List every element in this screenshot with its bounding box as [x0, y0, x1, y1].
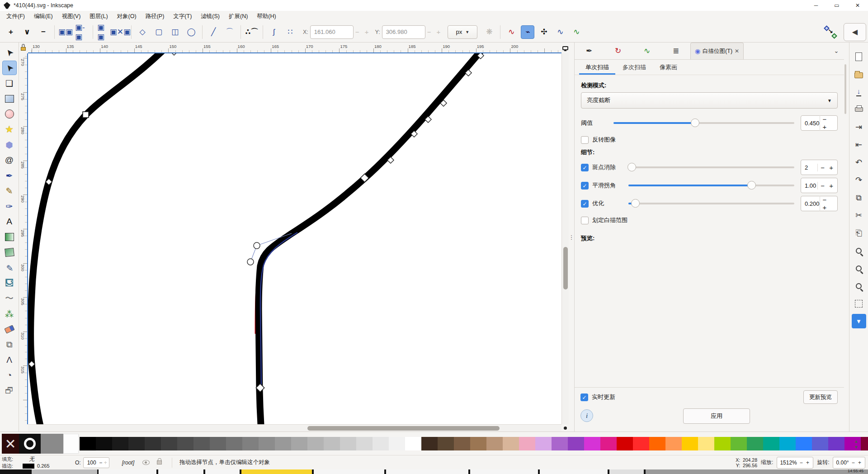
pen-tool-icon[interactable]: ✒ [2, 168, 17, 183]
taskbar-item[interactable] [470, 469, 538, 474]
speckles-slider[interactable] [628, 166, 794, 168]
detection-mode-dropdown[interactable]: 亮度截断 ▼ [581, 92, 838, 109]
node-handle[interactable] [247, 259, 254, 265]
panel-splitter[interactable]: ⋮ [569, 43, 574, 431]
join-with-segment-icon[interactable]: ▣-▣ [75, 25, 89, 39]
color-swatch[interactable] [747, 437, 763, 450]
no-color-swatch[interactable]: ✕ [2, 434, 19, 454]
save-document-icon[interactable]: ↓ [852, 85, 866, 99]
x-coord-spin-buttons[interactable]: − + [355, 28, 371, 36]
tab-single-scan[interactable]: 单次扫描 [579, 60, 615, 75]
color-swatch[interactable] [242, 437, 259, 450]
optimize-checkbox[interactable]: ✓ [581, 200, 589, 208]
color-swatch[interactable] [373, 437, 389, 450]
redo-icon[interactable]: ↷ [852, 173, 866, 187]
color-swatch[interactable] [291, 437, 307, 450]
calligraphy-tool-icon[interactable]: ✑ [2, 199, 17, 213]
color-swatch[interactable] [210, 437, 226, 450]
taskbar-item[interactable] [99, 469, 156, 474]
color-swatch[interactable] [438, 437, 454, 450]
node-smooth-icon[interactable]: ▢ [152, 25, 165, 39]
rotation-spin-buttons[interactable]: − + [852, 460, 862, 466]
node-auto-icon[interactable]: ◯ [184, 25, 198, 39]
copy-icon[interactable]: ⧉ [852, 190, 866, 205]
dropper-tool-icon[interactable]: ✐ [2, 261, 17, 275]
color-swatch[interactable] [145, 437, 161, 450]
dock-expand-icon[interactable]: ▼ [852, 314, 866, 328]
opacity-field[interactable]: 100 − + [83, 457, 109, 468]
segment-curve-icon[interactable]: ⌒ [223, 25, 236, 39]
quick-zoom-button[interactable] [564, 427, 567, 430]
optimize-spin-buttons[interactable]: − + [820, 196, 837, 211]
close-button[interactable]: ✕ [847, 0, 868, 11]
color-swatch[interactable] [633, 437, 649, 450]
color-swatch[interactable] [828, 437, 844, 450]
taskbar-item[interactable] [540, 469, 608, 474]
dialog-tab-path-effects-icon[interactable]: ∿ [632, 43, 661, 59]
node-symmetric-icon[interactable]: ◫ [168, 25, 182, 39]
vertical-scrollbar-thumb[interactable] [563, 247, 568, 289]
box3d-tool-icon[interactable]: ⬢ [2, 137, 17, 152]
color-swatch[interactable] [389, 437, 405, 450]
mesh-gradient-tool-icon[interactable] [2, 245, 17, 260]
close-icon[interactable]: ✕ [735, 48, 739, 54]
menu-滤镜(S)[interactable]: 滤镜(S) [196, 11, 224, 22]
stroke-color-swatch[interactable] [23, 464, 34, 469]
selector-tool-icon[interactable]: ➤ [2, 45, 17, 60]
menu-编辑(E)[interactable]: 编辑(E) [29, 11, 57, 22]
unit-dropdown[interactable]: px ▼ [448, 25, 477, 39]
zoom-selection-icon[interactable] [852, 243, 866, 258]
delete-segment-icon[interactable]: ▣✕▣ [113, 25, 127, 39]
horizontal-scrollbar[interactable] [28, 424, 561, 431]
color-swatch[interactable] [405, 437, 421, 450]
object-to-path-icon[interactable]: ∴⌒ [245, 25, 259, 39]
pencil-tool-icon[interactable]: ✎ [2, 184, 17, 198]
vertical-ruler[interactable]: 270275280285290295300305310315 [19, 53, 28, 424]
show-transform-handles-icon[interactable]: ✣ [537, 25, 551, 39]
node-tool-icon[interactable]: ➤ [2, 61, 17, 75]
apply-button[interactable]: 应用 [683, 408, 750, 424]
color-swatch[interactable] [617, 437, 633, 450]
color-swatch[interactable] [568, 437, 584, 450]
print-icon[interactable] [852, 102, 866, 117]
color-swatch[interactable] [161, 437, 177, 450]
color-swatch[interactable] [812, 437, 828, 450]
edit-mask-icon[interactable]: ∿ [570, 25, 583, 39]
color-swatch[interactable] [584, 437, 600, 450]
fit-page-icon[interactable] [852, 296, 866, 311]
node-handle[interactable] [254, 242, 260, 249]
undo-icon[interactable]: ↶ [852, 155, 866, 170]
taskbar-item-highlighted[interactable] [241, 469, 312, 474]
break-node-icon[interactable]: ▣ ▣ [97, 25, 111, 39]
color-swatch[interactable] [80, 437, 96, 450]
path-effects-icon[interactable]: ∷ [283, 25, 297, 39]
speckles-spin-buttons[interactable]: − + [817, 164, 837, 171]
horizontal-ruler[interactable]: 1301351401451501551601651701751801851901… [28, 43, 561, 53]
speckles-checkbox[interactable]: ✓ [581, 164, 589, 171]
live-update-checkbox[interactable]: ✓ [580, 393, 588, 401]
pages-tool-icon[interactable]: ⧉ [2, 337, 17, 352]
menu-扩展(N)[interactable]: 扩展(N) [224, 11, 252, 22]
color-swatch[interactable] [763, 437, 779, 450]
smooth-corners-value-field[interactable]: 1.00 − + [801, 178, 838, 193]
zoom-spin-buttons[interactable]: − + [800, 460, 810, 466]
color-managed-view-button[interactable] [561, 44, 569, 52]
smooth-corners-slider[interactable] [628, 185, 794, 186]
dialog-tab-object-properties-icon[interactable]: ✒ [575, 43, 604, 59]
smooth-corners-checkbox[interactable]: ✓ [581, 182, 589, 190]
color-swatch[interactable] [796, 437, 812, 450]
color-swatch[interactable] [503, 437, 519, 450]
star-tool-icon[interactable]: ★ [2, 122, 17, 137]
spray-tool-icon[interactable]: ⁂ [2, 307, 17, 321]
ruler-lock-corner[interactable] [19, 43, 28, 53]
color-swatch[interactable] [421, 437, 438, 450]
y-coord-spin-buttons[interactable]: − + [427, 28, 443, 36]
snap-toolbar-collapse-button[interactable]: ◀ [844, 23, 866, 41]
color-swatch[interactable] [356, 437, 373, 450]
rectangle-tool-icon[interactable] [2, 91, 17, 106]
zoom-tool-icon[interactable]: ◔ [2, 368, 17, 383]
ellipse-tool-icon[interactable] [2, 107, 17, 121]
tweak-tool-icon[interactable]: 〜 [2, 291, 17, 306]
color-swatch[interactable] [128, 437, 145, 450]
spiral-tool-icon[interactable]: @ [2, 153, 17, 167]
